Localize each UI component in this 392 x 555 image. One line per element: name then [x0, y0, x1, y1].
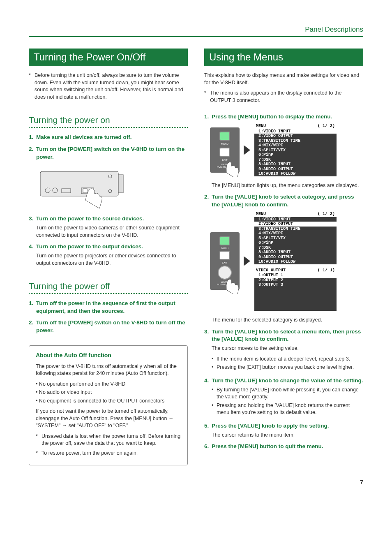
step: 3. Turn on the power to the source devic… — [29, 215, 188, 223]
step-desc: Turn on the power to projectors or other… — [36, 252, 188, 267]
step: 6. Press the [MENU] button to quit the m… — [204, 443, 363, 451]
divider — [29, 293, 188, 294]
step: 5. Press the [VALUE] knob to apply the s… — [204, 422, 363, 430]
page-number: 7 — [29, 478, 363, 486]
arrow-icon — [244, 145, 250, 155]
menu-button-icon — [219, 236, 230, 245]
box-bullet: • No operation performed on the V-8HD — [36, 381, 181, 388]
step: 1. Make sure all devices are turned off. — [29, 134, 188, 141]
step-after: The menu for the selected category is di… — [212, 317, 363, 324]
menu-illustration-1: MENU EXIT VALUE PUSH ENTER MENU( 1/ 2) 1… — [210, 123, 363, 176]
menu-button-icon — [219, 132, 230, 141]
note: * Before turning the unit on/off, always… — [29, 72, 188, 101]
asterisk-icon: * — [29, 72, 35, 101]
step: 4. Turn on the power to the output devic… — [29, 243, 188, 251]
step-after: The [MENU] button lights up, the menu ca… — [212, 182, 363, 190]
step-desc: Turn on the power to video cameras or ot… — [36, 224, 188, 239]
step: 2. Turn on the [POWER] switch on the V-8… — [29, 146, 188, 161]
subheading-off: Turning the power off — [29, 280, 188, 292]
step: 2. Turn the [VALUE] knob to select a cat… — [204, 193, 363, 209]
auto-off-box: About the Auto Off function The power to… — [29, 345, 188, 465]
box-bullet: • No audio or video input — [36, 389, 181, 396]
asterisk-icon: * — [204, 90, 210, 104]
control-panel: MENU EXIT VALUE PUSH ENTER — [210, 127, 240, 173]
left-column: Turning the Power On/Off * Before turnin… — [29, 49, 188, 465]
step: 4. Turn the [VALUE] knob to change the v… — [204, 377, 363, 385]
subheading-on: Turning the power on — [29, 114, 188, 126]
device-illustration — [36, 164, 131, 209]
menu-illustration-2: MENU EXIT VALUE PUSH ENTER MENU( 1/ 2) 1… — [210, 211, 363, 311]
heading-power: Turning the Power On/Off — [29, 49, 188, 67]
step: 3. Turn the [VALUE] knob to select a men… — [204, 328, 363, 344]
note: * The menu is also appears on the displa… — [204, 90, 363, 104]
menu-screen: MENU( 1/ 2) 1:VIDEO INPUT 2:VIDEO OUTPUT… — [254, 123, 337, 176]
box-note: *To restore power, turn the power on aga… — [36, 450, 181, 457]
step: 1. Turn off the power in the sequence of… — [29, 300, 188, 315]
menu-screen: VIDEO OUTPUT( 1/ 1) 1:OUTPUT 1 2:OUTPUT … — [254, 268, 337, 311]
note-text: Before turning the unit on/off, always b… — [35, 72, 188, 101]
arrow-icon — [244, 256, 250, 266]
bullet: •Pressing the [EXIT] button moves you ba… — [212, 364, 363, 371]
menu-screen: MENU( 1/ 2) 1:VIDEO INPUT 2:VIDEO OUTPUT… — [254, 211, 337, 264]
svg-rect-1 — [118, 175, 123, 193]
box-title: About the Auto Off function — [36, 352, 181, 360]
hand-icon — [219, 269, 244, 294]
svg-rect-0 — [40, 171, 118, 196]
heading-menus: Using the Menus — [204, 49, 363, 67]
step-desc: The cursor moves to the setting value. — [212, 345, 363, 352]
exit-button-icon — [219, 251, 230, 260]
step-desc: The cursor returns to the menu item. — [212, 432, 363, 439]
hand-icon — [219, 152, 244, 177]
box-para: If you do not want the power to be turne… — [36, 408, 181, 430]
step: 1. Press the [MENU] button to display th… — [204, 113, 363, 121]
svg-rect-8 — [83, 189, 87, 193]
intro-text: This explains how to display menus and m… — [204, 72, 363, 86]
bullet: •By turning the [VALUE] knob while press… — [212, 386, 363, 401]
box-intro: The power to the V-8HD turns off automat… — [36, 363, 181, 377]
divider — [29, 127, 188, 128]
step: 2. Turn off the [POWER] switch on the V-… — [29, 319, 188, 335]
control-panel: MENU EXIT VALUE PUSH ENTER — [210, 232, 240, 290]
bullet: •Pressing and holding the [VALUE] knob r… — [212, 402, 363, 416]
page-header: Panel Descriptions — [29, 25, 363, 37]
box-bullet: • No equipment is connected to the OUTPU… — [36, 398, 181, 405]
section-label: Panel Descriptions — [305, 25, 363, 33]
bullet: •If the menu item is located at a deeper… — [212, 356, 363, 363]
box-note: *Unsaved data is lost when the power tur… — [36, 433, 181, 447]
right-column: Using the Menus This explains how to dis… — [204, 49, 363, 465]
